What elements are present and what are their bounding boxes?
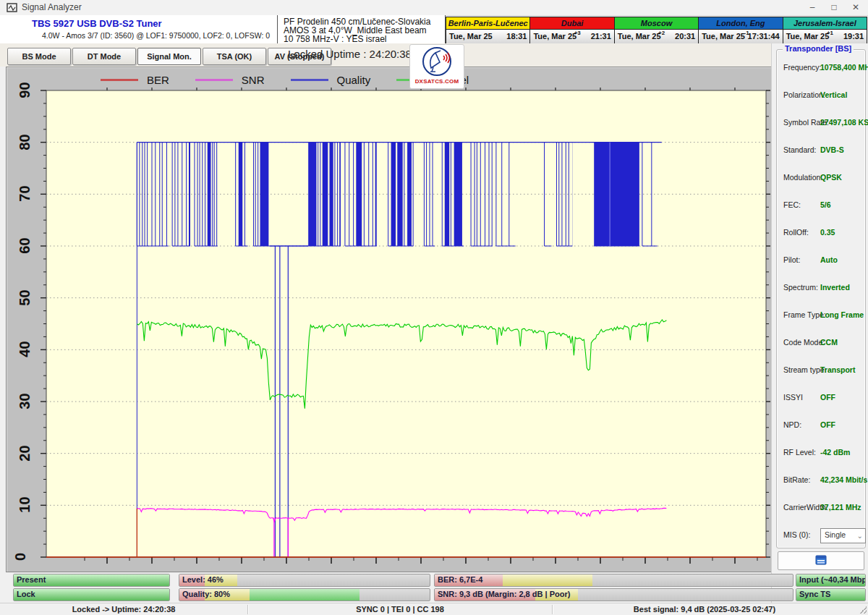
tp-row-value: CCM	[820, 338, 838, 347]
y-axis-label: 20	[17, 445, 33, 461]
clock-body: Tue, Mar 25 +1 19:31	[783, 30, 867, 43]
tp-row-value: Vertical	[820, 90, 847, 99]
meter-strip: PresentLevel: 46%BER: 6,7E-4Input (~40,3…	[0, 572, 868, 603]
clock-london-eng: London, Eng Tue, Mar 25 -1 17:31:44	[699, 17, 783, 43]
tp-row-label: Standard:	[783, 145, 817, 154]
logo-text: DXSATCS.COM	[410, 78, 464, 85]
clock-time: 18:31	[506, 32, 527, 41]
clock-city: Jerusalem-Israel	[783, 17, 867, 30]
clock-moscow: Moscow Tue, Mar 25 +2 20:31	[615, 17, 699, 43]
meter-label: Level: 46%	[182, 575, 224, 584]
signal-chart-panel: BER SNR Quality Level 010203040506070809…	[6, 67, 773, 572]
y-axis-label: 80	[17, 134, 33, 150]
close-button[interactable]: ✕	[845, 0, 867, 14]
clock-date: Tue, Mar 25	[449, 32, 493, 41]
tp-row-label: FEC:	[783, 200, 801, 209]
tuner-info-block: TBS 5927 USB DVB-S2 Tuner 4.0W - Amos 3/…	[0, 15, 277, 44]
clock-utc-offset: +3	[574, 30, 581, 36]
legend-label: Quality	[337, 74, 371, 86]
tab-tsa-ok-[interactable]: TSA (OK)	[203, 48, 266, 65]
tp-row-value: OFF	[820, 393, 835, 402]
meter-input: Input (~40,34 Mbps)	[796, 574, 866, 587]
tp-row-label: BitRate:	[783, 475, 810, 484]
tp-row-label: Pilot:	[783, 255, 800, 264]
status-bar: Locked -> Uptime: 24:20:38 SYNC 0 | TEI …	[0, 603, 868, 615]
meter-label: SNR: 9,3 dB (Margin: 2,8 dB | Poor)	[438, 590, 570, 598]
legend-item-quality: Quality	[291, 73, 371, 86]
y-axis-label: 90	[17, 82, 33, 98]
meter-present: Present	[13, 574, 170, 587]
clock-date: Tue, Mar 25	[786, 32, 830, 41]
clock-city: London, Eng	[699, 17, 782, 30]
status-locked-uptime: Locked -> Uptime: 24:20:38	[0, 603, 247, 615]
mis-label: MIS (0):	[783, 530, 810, 539]
clock-time: 21:31	[591, 32, 611, 41]
tp-row-label: Code Mode:	[783, 338, 825, 347]
meter-label: Present	[17, 575, 46, 584]
mis-dropdown[interactable]: Single ⌄	[820, 528, 866, 543]
world-clock-panel: Berlin-Paris-Lučenec Tue, Mar 25 18:31 D…	[446, 17, 867, 44]
meter-lock: Lock	[13, 588, 170, 601]
transponder-panel: Transponder [BS] Frequency: 10758,400 MH…	[771, 43, 868, 615]
panel-action-button[interactable]	[778, 551, 864, 570]
clock-city: Dubai	[530, 17, 613, 30]
app-icon	[7, 2, 17, 13]
meter-label: Quality: 80%	[182, 590, 230, 598]
meter-label: Input (~40,34 Mbps)	[799, 575, 866, 584]
tab-bs-mode[interactable]: BS Mode	[7, 48, 71, 65]
y-axis-label: 10	[17, 497, 33, 513]
tp-row-value: 27497,108 KS/s	[820, 118, 868, 127]
clock-body: Tue, Mar 25 +3 21:31	[530, 30, 613, 43]
meter-ber: BER: 6,7E-4	[434, 574, 793, 587]
meter-snr: SNR: 9,3 dB (Margin: 2,8 dB | Poor)	[434, 588, 793, 601]
clock-date: Tue, Mar 25	[618, 32, 661, 41]
meter-quality: Quality: 80%	[179, 588, 430, 601]
clock-dubai: Dubai Tue, Mar 25 +3 21:31	[530, 17, 614, 43]
clock-jerusalem-israel: Jerusalem-Israel Tue, Mar 25 +1 19:31	[783, 17, 867, 43]
clock-time: 17:31:44	[748, 32, 780, 41]
tab-signal-mon-[interactable]: Signal Mon.	[137, 48, 201, 65]
tp-row-value: -42 dBm	[820, 448, 850, 457]
clock-utc-offset: +1	[827, 30, 833, 36]
tab-dt-mode[interactable]: DT Mode	[72, 48, 136, 65]
status-best-signal: Best signal: 9,4 dB (2025-03-25 02:47)	[553, 603, 856, 615]
resize-grip[interactable]	[859, 606, 867, 614]
tp-row-label: Polarization:	[783, 90, 825, 99]
clock-time: 19:31	[843, 32, 864, 41]
y-axis-label: 70	[17, 186, 33, 202]
window-title: Signal Analyzer	[22, 2, 82, 12]
satellite-dish-icon	[410, 46, 464, 80]
clock-time: 20:31	[675, 32, 695, 41]
clock-city: Moscow	[615, 17, 698, 30]
tp-row-value: 37,121 MHz	[820, 503, 861, 512]
meter-label: Lock	[17, 590, 35, 598]
tuner-details: 4.0W - Amos 3/7 (ID: 3560) @ LOF1: 97500…	[42, 31, 270, 40]
clock-date: Tue, Mar 25	[702, 32, 745, 41]
tp-row-value: OFF	[820, 420, 835, 429]
y-axis-label: 50	[17, 289, 33, 305]
legend-swatch	[101, 79, 138, 81]
mis-selected-value: Single	[825, 530, 846, 539]
y-axis-label: 0	[12, 553, 29, 561]
tp-row-label: Frequency:	[783, 63, 822, 72]
clock-berlin-paris-lu-enec: Berlin-Paris-Lučenec Tue, Mar 25 18:31	[446, 17, 530, 43]
status-sync-counters: SYNC 0 | TEI 0 | CC 198	[248, 603, 552, 615]
clock-body: Tue, Mar 25 18:31	[446, 30, 529, 43]
minimize-button[interactable]: –	[801, 0, 823, 14]
meter-level: Level: 46%	[179, 574, 430, 587]
legend-label: BER	[147, 74, 169, 86]
clock-body: Tue, Mar 25 +2 20:31	[615, 30, 698, 43]
y-axis-label: 40	[17, 342, 33, 357]
tp-row-label: NPD:	[783, 420, 801, 429]
tp-row-value: DVB-S	[820, 145, 844, 154]
transponder-title: Transponder [BS]	[783, 44, 854, 53]
clock-city: Berlin-Paris-Lučenec	[446, 17, 529, 30]
maximize-button[interactable]: □	[823, 0, 845, 14]
signal-chart	[7, 88, 770, 570]
tp-row-value: 42,234 Mbit/s	[820, 475, 867, 484]
legend-item-snr: SNR	[195, 73, 265, 86]
tp-row-value: 10758,400 MHz	[820, 63, 868, 72]
locked-uptime-text: Locked Uptime : 24:20:38	[288, 48, 412, 60]
window-list-icon	[815, 555, 827, 565]
transponder-groupbox: Transponder [BS] Frequency: 10758,400 MH…	[776, 49, 866, 548]
